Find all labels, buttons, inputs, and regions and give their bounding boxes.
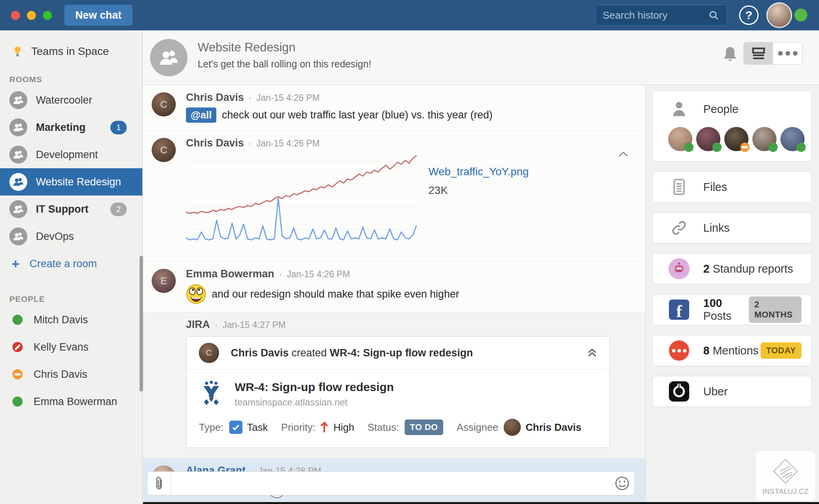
timestamp: Jan-15 4:26 PM <box>256 138 320 149</box>
standup-reports-card[interactable]: 2 Standup reports <box>652 253 812 284</box>
sender-name[interactable]: Chris Davis <box>186 137 244 149</box>
message-chris-attachment: C Chris Davis · Jan-15 4:26 PM <box>143 131 645 262</box>
status-label: Status: <box>368 421 399 434</box>
mentions-icon <box>669 340 689 361</box>
emoticon-picker-button[interactable] <box>610 476 635 491</box>
uber-card[interactable]: Uber <box>652 376 812 407</box>
sidebar-person-chris-davis[interactable]: Chris Davis <box>0 361 142 388</box>
jira-logo-icon <box>199 381 224 405</box>
jira-action: created <box>292 347 327 359</box>
smiley-icon <box>614 476 630 491</box>
avatar-initial: C <box>160 99 168 111</box>
ellipsis-icon <box>778 51 798 56</box>
facebook-posts-card[interactable]: f 100 Posts 2 MONTHS <box>652 294 812 325</box>
sender-name[interactable]: Emma Bowerman <box>186 268 274 280</box>
avatar[interactable]: C <box>152 138 176 162</box>
status-available-icon <box>12 315 23 325</box>
posts-count: 100 <box>703 297 722 309</box>
collapse-attachment-icon[interactable] <box>618 151 629 157</box>
room-icon <box>9 146 27 164</box>
new-chat-button[interactable]: New chat <box>64 5 133 26</box>
room-icon <box>9 91 27 109</box>
sidebar-person-emma-bowerman[interactable]: Emma Bowerman <box>0 388 142 415</box>
paperclip-icon <box>154 476 164 491</box>
status-available-icon <box>796 143 806 152</box>
member-avatar[interactable] <box>696 127 720 151</box>
member-avatar[interactable] <box>780 127 805 151</box>
people-card[interactable]: People <box>652 91 812 162</box>
team-lobby[interactable]: Teams in Space <box>0 30 142 58</box>
standup-count: 2 <box>703 263 709 275</box>
member-avatar[interactable] <box>668 127 692 151</box>
mentions-card[interactable]: 8 Mentions TODAY <box>652 335 812 366</box>
search-icon <box>708 9 720 21</box>
sidebar: Teams in Space ROOMS Watercooler Marketi… <box>0 30 143 504</box>
assignee-avatar[interactable] <box>504 419 521 436</box>
timestamp: Jan-15 4:27 PM <box>223 320 286 330</box>
current-user-status-dot[interactable] <box>794 9 807 21</box>
attachment-chart[interactable] <box>186 152 417 250</box>
avatar-initial: C <box>160 144 168 156</box>
avatar[interactable]: C <box>152 92 176 116</box>
status-dnd-icon <box>12 342 23 352</box>
separator: · <box>249 92 252 103</box>
assignee-value: Chris Davis <box>525 421 581 434</box>
avatar[interactable]: C <box>199 343 219 363</box>
current-user-avatar[interactable] <box>766 2 792 28</box>
sidebar-scrollbar-thumb[interactable] <box>140 256 143 391</box>
jira-issue-title[interactable]: WR-4: Sign-up flow redesign <box>235 381 394 394</box>
window-controls <box>11 11 52 20</box>
create-room-button[interactable]: + Create a room <box>0 250 142 277</box>
room-icon <box>9 118 27 136</box>
mention-badge[interactable]: @all <box>186 107 216 123</box>
attachment-filesize: 23K <box>428 184 529 197</box>
zoom-window-button[interactable] <box>43 11 52 20</box>
files-card[interactable]: Files <box>652 171 812 203</box>
room-label: Website Redesign <box>36 176 121 188</box>
status-available-icon <box>712 143 722 152</box>
facebook-icon: f <box>669 300 689 320</box>
message-jira: JIRA · Jan-15 4:27 PM C Chris Davis crea… <box>143 312 645 458</box>
panel-view-button[interactable] <box>744 42 773 64</box>
sidebar-room-marketing[interactable]: Marketing 1 <box>0 114 142 141</box>
links-card[interactable]: Links <box>652 212 812 243</box>
uber-icon <box>669 381 689 402</box>
avatar[interactable]: E <box>152 269 176 293</box>
avatar-initial: E <box>160 275 167 287</box>
message-input[interactable] <box>171 472 610 495</box>
sidebar-person-mitch-davis[interactable]: Mitch Davis <box>0 306 142 333</box>
member-avatar[interactable] <box>724 127 748 151</box>
sidebar-room-it-support[interactable]: IT Support 2 <box>0 196 142 223</box>
more-options-button[interactable] <box>773 42 802 64</box>
sidebar-room-watercooler[interactable]: Watercooler <box>0 86 142 114</box>
attachment-filename-link[interactable]: Web_traffic_YoY.png <box>428 166 529 178</box>
notifications-bell-icon[interactable] <box>722 45 738 63</box>
separator: · <box>279 269 282 280</box>
person-label: Emma Bowerman <box>34 396 117 408</box>
search-history-input[interactable]: Search history <box>595 5 727 26</box>
status-badge: TO DO <box>405 419 444 435</box>
sidebar-person-kelly-evans[interactable]: Kelly Evans <box>0 333 142 361</box>
lightbulb-icon <box>12 45 23 58</box>
status-away-icon <box>740 143 750 152</box>
attach-file-button[interactable] <box>147 472 171 495</box>
sender-name[interactable]: JIRA <box>186 319 210 331</box>
unread-badge: 1 <box>110 121 127 134</box>
sidebar-room-development[interactable]: Development <box>0 141 142 168</box>
awesome-smiley-emoji <box>186 284 206 304</box>
collapse-card-icon[interactable] <box>587 348 597 358</box>
room-topic[interactable]: Let's get the ball rolling on this redes… <box>198 58 371 70</box>
minimize-window-button[interactable] <box>27 11 36 20</box>
member-avatar[interactable] <box>752 127 777 151</box>
priority-high-arrow-icon <box>320 421 329 433</box>
help-icon[interactable]: ? <box>739 5 759 25</box>
status-available-icon <box>684 143 693 152</box>
sidebar-room-website-redesign[interactable]: Website Redesign <box>0 168 142 196</box>
type-value: Task <box>247 421 268 434</box>
room-label: Watercooler <box>36 94 92 106</box>
sender-name[interactable]: Chris Davis <box>186 92 244 104</box>
close-window-button[interactable] <box>11 11 20 20</box>
person-icon <box>668 100 690 118</box>
view-toggle <box>743 42 803 65</box>
sidebar-room-devops[interactable]: DevOps <box>0 223 142 250</box>
